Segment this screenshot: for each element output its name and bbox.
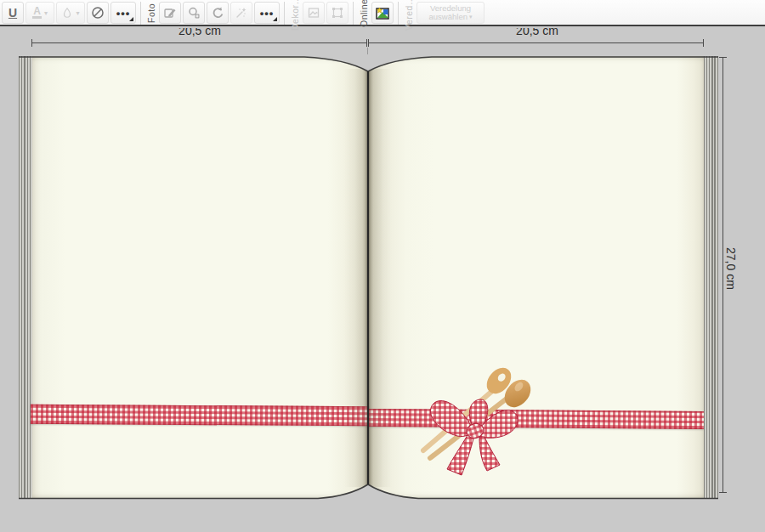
no-style-button[interactable] <box>87 2 109 24</box>
magic-wand-button[interactable] <box>230 2 252 24</box>
crop-frame-icon <box>331 6 344 20</box>
edit-photo-button[interactable] <box>159 2 181 24</box>
right-page-width-label: 20,5 cm <box>495 28 580 37</box>
photo-plus-icon <box>187 6 201 20</box>
toolbar-separator <box>140 2 141 25</box>
online-service-button[interactable] <box>371 2 394 24</box>
section-label-veredelung: Vered… <box>403 2 415 25</box>
right-page-width-measure-line <box>368 39 704 47</box>
gingham-bow <box>430 399 518 475</box>
chevron-down-icon: ▾ <box>469 13 473 21</box>
fill-color-button[interactable]: ▾ <box>56 2 85 24</box>
spine-center-guide <box>367 48 368 54</box>
chevron-down-icon: ▾ <box>44 9 48 17</box>
photobook-editor: U A ▾ ▾ ••• Foto <box>0 0 765 532</box>
toolbar-separator <box>398 2 399 25</box>
font-color-icon: A <box>32 7 42 19</box>
pencil-edit-icon <box>163 6 177 20</box>
toolbar: U A ▾ ▾ ••• Foto <box>0 0 765 26</box>
more-text-options-button[interactable]: ••• <box>110 2 136 24</box>
left-page-width-label: 20,5 cm <box>157 28 242 37</box>
add-photo-button[interactable] <box>183 2 205 24</box>
rotate-ccw-icon <box>211 6 224 20</box>
page-edges-left <box>19 56 32 499</box>
crop-frame-button[interactable] <box>326 2 348 24</box>
circle-slash-icon <box>91 6 105 20</box>
magic-wand-icon <box>235 6 248 20</box>
underline-icon: U <box>8 6 17 20</box>
book-spread <box>19 55 718 501</box>
online-service-icon <box>375 6 390 20</box>
chevron-down-icon: ▾ <box>76 9 79 17</box>
left-page-width-measure-line <box>31 39 367 47</box>
picture-icon <box>307 6 320 20</box>
more-photo-options-button[interactable]: ••• <box>254 2 280 24</box>
ink-drop-icon <box>61 7 73 19</box>
rotate-photo-button[interactable] <box>207 2 229 24</box>
page-height-label: 27,0 cm <box>724 247 738 290</box>
underline-button[interactable]: U <box>2 2 24 24</box>
three-dots-icon: ••• <box>116 7 131 20</box>
insert-image-button[interactable] <box>303 2 325 24</box>
font-color-button[interactable]: A ▾ <box>26 2 54 24</box>
workspace: 20,5 cm 20,5 cm 27,0 cm <box>0 28 765 532</box>
book-page-left[interactable] <box>32 56 368 499</box>
gingham-ribbon-left[interactable] <box>31 405 369 426</box>
veredelung-button-line2: auswählen <box>429 13 468 21</box>
three-dots-icon: ••• <box>260 7 275 20</box>
page-edges-right <box>704 56 718 499</box>
section-label-dekorationen: Dekor… <box>289 2 301 25</box>
veredelung-auswaehlen-button[interactable]: Veredelung auswählen ▾ <box>416 2 484 24</box>
toolbar-separator <box>284 2 285 25</box>
toolbar-separator <box>353 2 354 25</box>
gingham-bow-with-wooden-spoons[interactable] <box>413 355 562 478</box>
section-label-online: Online <box>358 2 370 25</box>
section-label-foto: Foto <box>145 2 157 25</box>
